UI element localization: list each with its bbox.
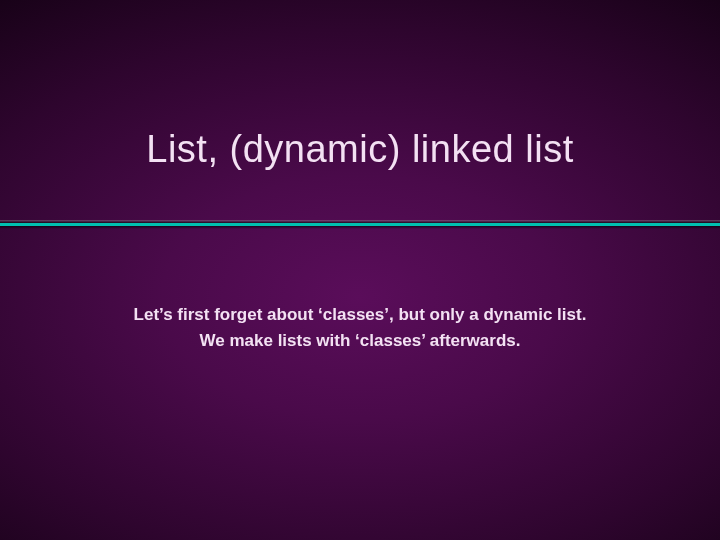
body-line-2: We make lists with ‘classes’ afterwards. xyxy=(60,328,660,354)
divider-line xyxy=(0,220,720,229)
slide-title: List, (dynamic) linked list xyxy=(0,128,720,171)
slide-body: Let’s first forget about ‘classes’, but … xyxy=(0,302,720,355)
divider-shadow xyxy=(0,226,720,229)
body-line-1: Let’s first forget about ‘classes’, but … xyxy=(60,302,660,328)
